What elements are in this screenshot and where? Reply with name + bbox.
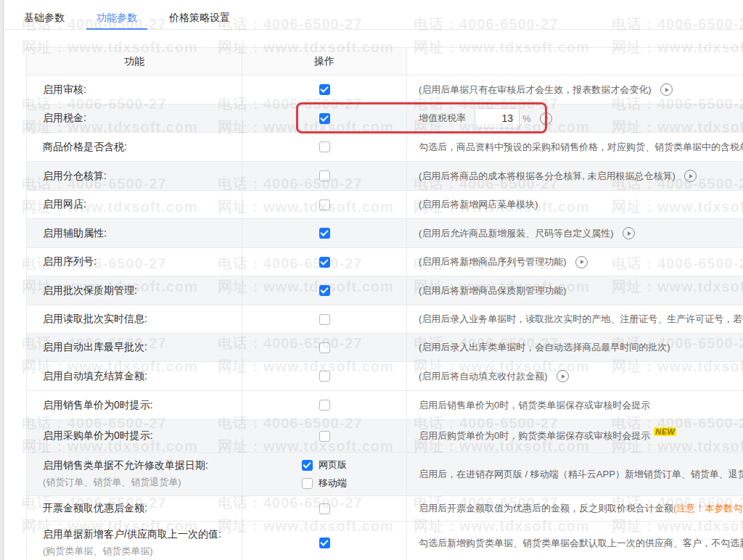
- row-checkbox[interactable]: [319, 285, 330, 296]
- operation-cell: [242, 248, 407, 276]
- row-checkbox[interactable]: [319, 431, 330, 442]
- description-cell: (启用后录入业务单据时，读取批次实时的产地、注册证号、生产许可证号，若批次没有: [407, 305, 743, 333]
- description-cell: 启用后开票金额取值为优惠后的金额，反之则取价税合计金额 (注意！本参数勾选后将不: [407, 496, 743, 521]
- row-checkbox[interactable]: [319, 141, 330, 152]
- description-cell: 启用后购货单价为0时，购货类单据保存或审核时会提示NEW: [407, 420, 743, 452]
- option-label: 移动端: [319, 477, 347, 490]
- description-cell: (启用后将新增商品保质期管理功能): [407, 276, 743, 305]
- operation-cell: [242, 133, 407, 161]
- operation-cell: [242, 305, 407, 333]
- checkbox-option: 网页版: [302, 458, 347, 472]
- operation-cell: [242, 522, 407, 560]
- row-label: 启用读取批次实时信息:: [43, 313, 147, 326]
- tax-unit-label: %: [522, 113, 531, 124]
- new-badge: NEW: [654, 427, 676, 436]
- table-row: 启用单据新增客户/供应商取上一次的值:(购货类单据、销货类单据)勾选后新增购货类…: [27, 522, 743, 560]
- operation-cell: [242, 276, 407, 305]
- tax-rate-input[interactable]: [475, 108, 520, 128]
- row-sublabel: (销货订单、销货单、销货退货单): [43, 476, 181, 489]
- function-cell: 启用销售类单据不允许修改单据日期:(销货订单、销货单、销货退货单): [27, 453, 242, 495]
- row-checkbox[interactable]: [319, 257, 330, 268]
- table-row: 启用销售单价为0时提示:启用后销售单价为0时，销货类单据保存或审核时会提示: [27, 391, 743, 420]
- row-checkbox[interactable]: [319, 538, 330, 548]
- row-checkbox[interactable]: [319, 228, 330, 239]
- row-checkbox[interactable]: [319, 503, 330, 514]
- column-header-operation: 操作: [242, 48, 407, 75]
- play-demo-icon[interactable]: [623, 227, 635, 239]
- play-demo-icon[interactable]: [684, 170, 697, 182]
- row-description: (启用后将新增网店菜单模块): [419, 198, 538, 211]
- tab-bar: 基础参数功能参数价格策略设置: [4, 0, 743, 30]
- table-row: 启用分仓核算:(启用后将商品的成本将根据各分仓核算, 未启用根据总仓核算): [27, 162, 743, 191]
- function-cell: 开票金额取优惠后金额:: [27, 496, 242, 521]
- tax-rate-label: 增值税税率: [419, 112, 466, 125]
- row-description: (启用后单据只有在审核后才会生效，报表数据才会变化): [419, 83, 652, 96]
- operation-cell: [242, 334, 407, 361]
- function-cell: 商品价格是否含税:: [27, 133, 242, 161]
- row-description: 启用后购货单价为0时，购货类单据保存或审核时会提示: [419, 429, 650, 442]
- settings-table: 功能 操作 启用审核:(启用后单据只有在审核后才会生效，报表数据才会变化)启用税…: [26, 47, 743, 560]
- operation-cell: 网页版移动端: [242, 453, 407, 495]
- description-cell: 勾选后新增购货类单据、销货类单据会默认取上一次的供应商、客户，不勾选新增购货类: [407, 522, 743, 560]
- description-cell: (启用后将自动填充收付款金额): [407, 362, 743, 390]
- function-cell: 启用分仓核算:: [27, 162, 242, 190]
- function-cell: 启用网店:: [27, 191, 242, 218]
- row-label: 启用网店:: [43, 198, 86, 211]
- function-cell: 启用批次保质期管理:: [27, 276, 242, 305]
- row-checkbox[interactable]: [319, 400, 330, 411]
- description-cell: 勾选后，商品资料中预设的采购和销售价格，对应购货、销货类单据中的含税单价列，不: [407, 133, 743, 161]
- option-checkbox[interactable]: [302, 460, 313, 471]
- row-checkbox[interactable]: [319, 113, 330, 124]
- operation-cell: [242, 391, 407, 419]
- row-sublabel: (购货类单据、销货类单据): [43, 545, 153, 558]
- tab-price-strategy[interactable]: 价格策略设置: [169, 7, 230, 29]
- description-cell: 启用后销售单价为0时，销货类单据保存或审核时会提示: [407, 391, 743, 419]
- row-description: 启用后销售单价为0时，销货类单据保存或审核时会提示: [419, 399, 650, 412]
- play-demo-icon[interactable]: [660, 83, 673, 96]
- operation-cell: [242, 162, 407, 190]
- row-label: 启用自动填充结算金额:: [43, 370, 147, 383]
- table-body: 启用审核:(启用后单据只有在审核后才会生效，报表数据才会变化)启用税金:增值税税…: [27, 75, 743, 560]
- function-cell: 启用自动出库最早批次:: [27, 334, 242, 361]
- row-checkbox[interactable]: [319, 199, 330, 210]
- row-checkbox[interactable]: [319, 342, 330, 353]
- tab-basic-params[interactable]: 基础参数: [24, 7, 65, 29]
- operation-cell: [242, 219, 407, 247]
- table-row: 商品价格是否含税:勾选后，商品资料中预设的采购和销售价格，对应购货、销货类单据中…: [27, 133, 743, 162]
- operation-cell: [242, 496, 407, 521]
- row-checkbox[interactable]: [319, 314, 330, 325]
- row-label: 启用销售类单据不允许修改单据日期:: [43, 459, 208, 472]
- window-left-edge: [0, 0, 4, 560]
- table-row: 启用网店:(启用后将新增网店菜单模块): [27, 191, 743, 219]
- table-row: 启用辅助属性:(启用后允许商品新增服装、尺码等自定义属性): [27, 219, 743, 248]
- row-description: 勾选后，商品资料中预设的采购和销售价格，对应购货、销货类单据中的含税单价列，不: [419, 141, 743, 154]
- function-cell: 启用序列号:: [27, 248, 242, 276]
- operation-cell: [242, 191, 407, 218]
- row-description: (启用后将自动填充收付款金额): [419, 370, 548, 383]
- operation-cell: [242, 362, 407, 390]
- row-description: 启用后开票金额取值为优惠后的金额，反之则取价税合计金额: [419, 502, 673, 515]
- row-label: 启用分仓核算:: [43, 170, 107, 183]
- tab-function-params[interactable]: 功能参数: [97, 7, 137, 29]
- row-checkbox[interactable]: [319, 371, 330, 382]
- row-label: 启用销售单价为0时提示:: [43, 399, 153, 412]
- description-cell: (启用后将商品的成本将根据各分仓核算, 未启用根据总仓核算): [407, 162, 743, 190]
- row-description: 勾选后新增购货类单据、销货类单据会默认取上一次的供应商、客户，不勾选新增购货类: [419, 537, 743, 550]
- row-checkbox[interactable]: [319, 84, 330, 95]
- row-label: 启用批次保质期管理:: [43, 284, 137, 297]
- row-description: (启用后将新增商品序列号管理功能): [419, 255, 567, 268]
- option-checkbox[interactable]: [302, 478, 313, 489]
- option-label: 网页版: [319, 458, 347, 472]
- play-demo-icon[interactable]: [575, 256, 588, 268]
- row-description: (启用后录入出库类单据时，会自动选择商品最早时间的批次): [419, 341, 670, 354]
- table-row: 启用采购单价为0时提示:启用后购货单价为0时，购货类单据保存或审核时会提示NEW: [27, 420, 743, 453]
- row-checkbox[interactable]: [319, 170, 330, 181]
- table-row: 启用批次保质期管理:(启用后将新增商品保质期管理功能): [27, 276, 743, 305]
- description-cell: (启用后录入出库类单据时，会自动选择商品最早时间的批次): [407, 334, 743, 361]
- checkbox-option: 移动端: [302, 477, 347, 490]
- play-demo-icon[interactable]: [557, 370, 569, 382]
- play-demo-icon[interactable]: [540, 112, 552, 125]
- operation-cell: [242, 75, 407, 104]
- table-row: 启用销售类单据不允许修改单据日期:(销货订单、销货单、销货退货单)网页版移动端启…: [27, 453, 743, 496]
- row-description-warning: (注意！本参数勾选后将不: [673, 502, 743, 515]
